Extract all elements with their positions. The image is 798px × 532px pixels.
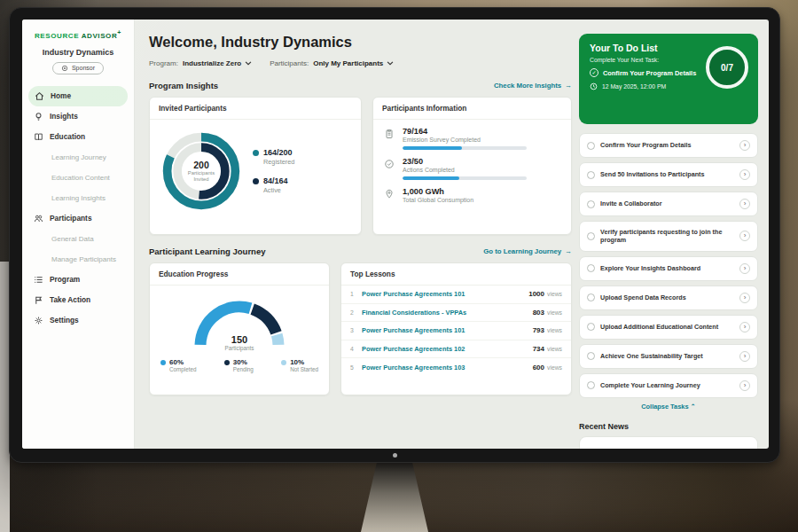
lesson-row[interactable]: 1 Power Purchase Agreements 101 1000 vie…: [341, 286, 571, 304]
filters-row: Program: Industrialize Zero Participants…: [149, 59, 572, 67]
pending-label: Pending: [233, 366, 254, 372]
legend-dot-active: [253, 178, 259, 184]
top-lessons-card: Top Lessons 1 Power Purchase Agreements …: [340, 262, 572, 395]
participants-dropdown[interactable]: Only My Participants: [313, 59, 394, 67]
sidebar-item-general-data[interactable]: General Data: [22, 229, 134, 249]
todo-summary-card: Your To Do List Complete Your Next Task:…: [579, 34, 758, 124]
chevron-right-icon[interactable]: ›: [739, 380, 750, 391]
task-checkbox[interactable]: [587, 293, 595, 301]
invited-participants-card: Invited Participants: [149, 97, 362, 235]
lesson-row[interactable]: 4 Power Purchase Agreements 102 734 view…: [341, 340, 571, 359]
main-content: Welcome, Industry Dynamics Program: Indu…: [135, 20, 579, 395]
sidebar-item-education[interactable]: Education: [22, 127, 134, 147]
chevron-right-icon[interactable]: ›: [739, 322, 750, 332]
todo-panel: Your To Do List Complete Your Next Task:…: [579, 20, 758, 449]
task-item[interactable]: Upload Spend Data Records ›: [579, 286, 758, 310]
invited-participants-legend: 164/200 Registered 84/164 Active: [253, 148, 294, 194]
sidebar-item-learning-journey[interactable]: Learning Journey: [22, 147, 134, 168]
emission-survey-label: Emission Survey Completed: [403, 137, 527, 143]
completed-pct: 60%: [169, 358, 184, 366]
actions-completed-progress-bar: [403, 176, 527, 180]
collapse-tasks-link[interactable]: Collapse Tasks ⌃: [579, 403, 758, 411]
actions-completed-label: Actions Completed: [403, 167, 527, 173]
sidebar-item-home[interactable]: Home: [28, 86, 128, 106]
sidebar-item-label: Learning Insights: [51, 194, 106, 202]
chevron-right-icon[interactable]: ›: [739, 293, 750, 303]
emission-survey-value: 79/164: [403, 127, 527, 136]
lesson-row[interactable]: 5 Power Purchase Agreements 103 600 view…: [341, 358, 571, 377]
task-item[interactable]: Invite a Collaborator ›: [579, 192, 758, 216]
lesson-row[interactable]: 3 Power Purchase Agreements 101 793 view…: [341, 322, 571, 340]
task-item[interactable]: Achieve One Sustainability Target ›: [579, 344, 758, 369]
sidebar-item-settings[interactable]: Settings: [22, 310, 134, 331]
sidebar-item-education-content[interactable]: Education Content: [22, 168, 134, 188]
donut-center-label: Participants Invited: [182, 170, 221, 183]
logo-plus: +: [117, 29, 121, 35]
top-lessons-card-title: Top Lessons: [341, 263, 571, 286]
chevron-right-icon[interactable]: ›: [739, 169, 750, 180]
todo-due-date: 12 May 2025, 12:00 PM: [602, 83, 666, 90]
global-consumption-stat: 1,000 GWh Total Global Consumption: [384, 187, 560, 203]
gauge-center-value: 150: [186, 334, 293, 345]
task-checkbox[interactable]: [587, 200, 595, 208]
task-checkbox[interactable]: [587, 171, 595, 179]
task-checkbox[interactable]: [587, 323, 595, 331]
app-logo: RESOURCE ADVISOR+: [22, 29, 134, 40]
sidebar-item-insights[interactable]: Insights: [22, 106, 134, 127]
sidebar-item-label: General Data: [51, 235, 94, 243]
task-checkbox[interactable]: [587, 142, 595, 150]
arrow-right-icon: →: [565, 247, 572, 255]
chevron-right-icon[interactable]: ›: [739, 351, 750, 362]
sidebar-item-label: Program: [50, 275, 80, 284]
sidebar-item-take-action[interactable]: Take Action: [22, 290, 134, 310]
sidebar-item-manage-participants[interactable]: Manage Participants: [22, 249, 134, 270]
chevron-right-icon[interactable]: ›: [739, 140, 750, 151]
lesson-link[interactable]: Financial Considerations - VPPAs: [362, 309, 533, 317]
todo-next-task: Confirm Your Program Details: [603, 69, 696, 77]
task-item[interactable]: Upload Additional Educational Content ›: [579, 315, 758, 340]
active-value: 84/164: [263, 176, 288, 185]
flag-icon: [34, 295, 43, 305]
chevron-right-icon[interactable]: ›: [739, 231, 750, 241]
program-dropdown[interactable]: Industrialize Zero: [183, 59, 252, 67]
lesson-row[interactable]: 2 Financial Considerations - VPPAs 803 v…: [341, 304, 571, 323]
global-consumption-label: Total Global Consumption: [403, 197, 473, 203]
sidebar-item-program[interactable]: Program: [22, 270, 134, 290]
lesson-link[interactable]: Power Purchase Agreements 101: [362, 326, 533, 334]
sidebar-item-learning-insights[interactable]: Learning Insights: [22, 188, 134, 208]
emission-survey-progress-bar: [403, 146, 527, 150]
monitor-bezel: RESOURCE ADVISOR+ Industry Dynamics Spon…: [9, 7, 780, 463]
gear-icon: [34, 316, 43, 325]
emission-survey-stat: 79/164 Emission Survey Completed: [384, 127, 560, 150]
task-item[interactable]: Send 50 Invitations to Participants ›: [579, 162, 758, 187]
check-more-insights-link[interactable]: Check More Insights →: [494, 82, 572, 90]
task-checkbox[interactable]: [587, 264, 595, 272]
task-checkbox[interactable]: [587, 232, 595, 240]
lesson-link[interactable]: Power Purchase Agreements 102: [362, 345, 533, 353]
lesson-link[interactable]: Power Purchase Agreements 103: [362, 364, 533, 372]
actions-completed-stat: 23/50 Actions Completed: [384, 157, 560, 180]
task-item[interactable]: Complete Your Learning Journey ›: [579, 373, 758, 398]
task-list: Confirm Your Program Details › Send 50 I…: [579, 133, 758, 398]
actions-completed-value: 23/50: [403, 157, 527, 166]
task-item[interactable]: Verify participants requesting to join t…: [579, 221, 758, 252]
chevron-right-icon[interactable]: ›: [739, 263, 750, 274]
sidebar-nav: Home Insights Education Learning Journey…: [22, 86, 134, 331]
book-icon: [34, 132, 43, 142]
logo-advisor: ADVISOR: [82, 32, 118, 40]
lesson-link[interactable]: Power Purchase Agreements 101: [362, 290, 528, 298]
lightbulb-icon: [34, 112, 43, 121]
task-checkbox[interactable]: [587, 381, 595, 389]
home-icon: [35, 91, 44, 101]
chevron-right-icon[interactable]: ›: [739, 199, 750, 209]
task-item[interactable]: Explore Your Insights Dashboard ›: [579, 256, 758, 281]
screen: RESOURCE ADVISOR+ Industry Dynamics Spon…: [22, 20, 769, 449]
completed-label: Completed: [169, 366, 196, 372]
task-checkbox[interactable]: [587, 352, 595, 360]
org-name: Industry Dynamics: [22, 48, 134, 57]
invited-participants-donut-chart: 200 Participants Invited: [159, 129, 244, 214]
task-item[interactable]: Confirm Your Program Details ›: [579, 133, 758, 158]
sidebar-item-participants[interactable]: Participants: [22, 208, 134, 229]
recent-news-title: Recent News: [579, 422, 758, 431]
go-to-learning-journey-link[interactable]: Go to Learning Journey →: [483, 247, 572, 255]
